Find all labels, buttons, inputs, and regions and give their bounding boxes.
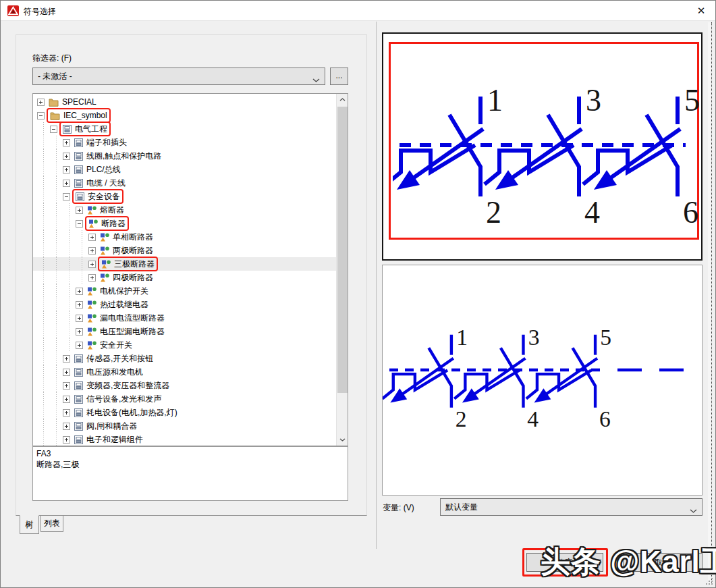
tree-item[interactable]: 电缆 / 天线	[33, 176, 336, 190]
category-icon	[74, 435, 83, 444]
tree-item[interactable]: 热过载继电器	[33, 298, 336, 311]
expand-icon[interactable]	[63, 382, 70, 390]
tab-tree[interactable]: 树	[20, 515, 39, 534]
tree-item[interactable]: 四极断路器	[33, 271, 336, 284]
tree-indent-guide	[63, 244, 76, 257]
expand-icon[interactable]	[63, 166, 70, 173]
tree-item[interactable]: 断路器	[33, 217, 336, 230]
expand-icon[interactable]	[88, 261, 96, 268]
tree-indent-guide	[63, 230, 76, 244]
tree-indent-guide	[37, 433, 50, 446]
expand-icon[interactable]	[76, 315, 83, 322]
tree-item[interactable]: 单相断路器	[33, 230, 336, 244]
collapse-icon[interactable]	[63, 193, 70, 201]
scroll-down-icon[interactable]	[337, 434, 348, 446]
tree-indent-guide	[37, 406, 50, 419]
shapes-icon	[87, 341, 97, 350]
expand-icon[interactable]	[76, 328, 83, 336]
tree-item[interactable]: 电气工程	[33, 122, 336, 136]
tree-indent-guide	[37, 136, 50, 149]
tree-item[interactable]: 两极断路器	[33, 244, 336, 257]
tree-item[interactable]: 熔断器	[33, 203, 336, 217]
tree-item[interactable]: 电压型漏电断路器	[33, 325, 336, 338]
symbol-selection-dialog: 符号选择 ✕ 筛选器: (F) - 未激活 - ... SPECIALIEC_s…	[0, 0, 716, 588]
expand-icon[interactable]	[76, 342, 83, 349]
pin-number: 5	[684, 83, 699, 117]
tree-item[interactable]: 漏电电流型断路器	[33, 311, 336, 325]
tree-indent-guide	[50, 217, 63, 230]
tree-indent-guide	[50, 338, 63, 352]
pin-number: 4	[584, 195, 600, 230]
tree-indent-guide	[37, 163, 50, 176]
expand-icon[interactable]	[37, 99, 45, 106]
filter-dropdown[interactable]: - 未激活 -	[32, 68, 325, 85]
annotation-box: 断路器	[86, 217, 128, 230]
expand-icon[interactable]	[88, 274, 96, 282]
expand-icon[interactable]	[88, 234, 96, 241]
tree-indent-guide	[76, 244, 88, 257]
expand-icon[interactable]	[63, 409, 70, 417]
shapes-icon	[87, 206, 97, 215]
symbol-preview-variant[interactable]: 135246	[382, 265, 703, 496]
tree-item[interactable]: 信号设备,发光和发声	[33, 392, 336, 406]
shapes-icon	[87, 287, 97, 296]
tree-item[interactable]: 安全开关	[33, 338, 336, 352]
tree-item[interactable]: 变频器,变压器和整流器	[33, 379, 336, 392]
tree-item[interactable]: 耗电设备(电机,加热器,灯)	[33, 406, 336, 419]
tree-indent-guide	[37, 352, 50, 365]
tab-list[interactable]: 列表	[40, 516, 63, 532]
expand-icon[interactable]	[63, 139, 70, 146]
annotation-box: IEC_symbol	[48, 109, 109, 122]
filter-browse-button[interactable]: ...	[330, 68, 348, 85]
tree-item[interactable]: IEC_symbol	[33, 109, 336, 122]
collapse-icon[interactable]	[76, 220, 83, 228]
pin-number: 6	[599, 406, 611, 431]
symbol-name: FA3	[36, 448, 344, 459]
expand-icon[interactable]	[76, 288, 83, 295]
symbol-function: 断路器,三极	[36, 459, 344, 470]
variant-label: 变量: (V)	[383, 502, 414, 514]
close-button[interactable]: ✕	[694, 4, 709, 18]
tree-item[interactable]: 电子和逻辑组件	[33, 433, 336, 446]
symbol-tree[interactable]: SPECIALIEC_symbol电气工程端子和插头线圈,触点和保护电路PLC/…	[32, 93, 348, 446]
expand-icon[interactable]	[63, 396, 70, 403]
variant-dropdown-value: 默认变量	[445, 502, 478, 513]
tree-item[interactable]: SPECIAL	[33, 95, 336, 109]
filter-dropdown-value: - 未激活 -	[38, 71, 72, 82]
expand-icon[interactable]	[76, 301, 83, 309]
expand-icon[interactable]	[63, 436, 70, 444]
expand-icon[interactable]	[76, 207, 83, 214]
tree-item[interactable]: 电压源和发电机	[33, 365, 336, 379]
scrollbar-thumb[interactable]	[337, 107, 348, 393]
category-icon	[74, 138, 83, 147]
symbol-preview-selected[interactable]: 135246	[382, 32, 703, 261]
tree-item[interactable]: 电机保护开关	[33, 284, 336, 298]
tree-indent-guide	[76, 230, 88, 244]
tree-item[interactable]: 端子和插头	[33, 136, 336, 149]
tree-item[interactable]: 阀,闸和耦合器	[33, 419, 336, 433]
tree-item[interactable]: PLC/总线	[33, 163, 336, 176]
tree-item[interactable]: 安全设备	[33, 190, 336, 203]
tree-item[interactable]: 线圈,触点和保护电路	[33, 149, 336, 163]
shapes-icon	[100, 273, 109, 282]
collapse-icon[interactable]	[37, 112, 45, 119]
tree-indent-guide	[50, 257, 63, 271]
tree-indent-guide	[37, 122, 50, 136]
category-icon	[74, 165, 83, 174]
expand-icon[interactable]	[63, 355, 70, 363]
chevron-down-icon	[690, 506, 697, 515]
breaker-symbol-bottom: 135246	[383, 265, 702, 495]
tree-scrollbar[interactable]	[336, 94, 348, 446]
tree-indent-guide	[50, 190, 63, 203]
collapse-icon[interactable]	[50, 126, 57, 133]
expand-icon[interactable]	[88, 247, 96, 255]
expand-icon[interactable]	[63, 423, 70, 430]
expand-icon[interactable]	[63, 153, 70, 160]
pin-number: 2	[486, 195, 501, 230]
scroll-up-icon[interactable]	[337, 94, 348, 105]
tree-item[interactable]: 传感器,开关和按钮	[33, 352, 336, 365]
expand-icon[interactable]	[63, 180, 70, 187]
variant-dropdown[interactable]: 默认变量	[440, 498, 703, 516]
expand-icon[interactable]	[63, 369, 70, 376]
tree-item[interactable]: 三极断路器	[33, 257, 336, 271]
